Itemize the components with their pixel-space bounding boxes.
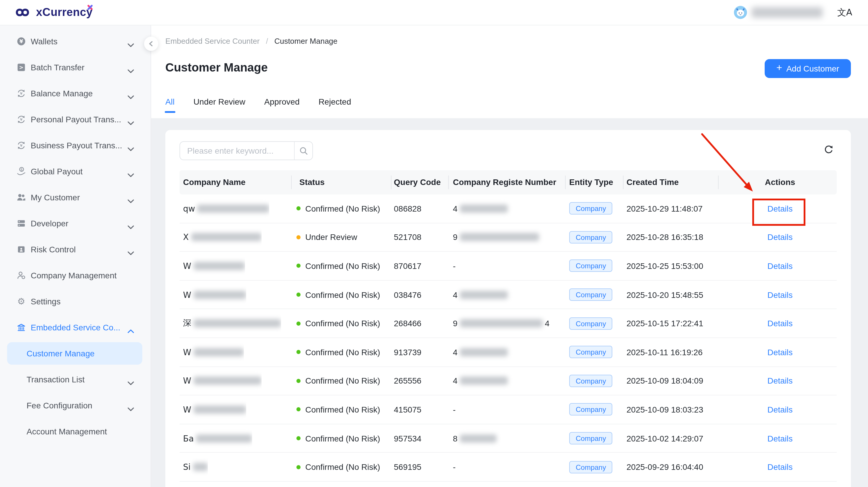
- refresh-icon: [823, 144, 834, 155]
- chevron-icon: [128, 170, 134, 179]
- sparkle-icon: [87, 4, 93, 11]
- details-link[interactable]: Details: [767, 261, 793, 271]
- sidebar-item-balance-manage[interactable]: ¥ Balance Manage: [0, 80, 151, 106]
- search-input[interactable]: [180, 142, 294, 160]
- language-switch-icon[interactable]: 文A: [837, 7, 852, 18]
- details-link[interactable]: Details: [767, 433, 793, 443]
- add-customer-button[interactable]: + Add Customer: [765, 59, 851, 78]
- status-dot-icon: [297, 206, 301, 211]
- svg-text:$: $: [20, 167, 23, 172]
- sidebar-item-batch-transfer[interactable]: > Batch Transfer: [0, 54, 151, 80]
- column-header-status: Status: [299, 170, 325, 195]
- status-dot-icon: [297, 465, 301, 469]
- sidebar-subitem-label: Customer Manage: [27, 349, 94, 358]
- chevron-icon: [128, 144, 134, 153]
- table-row: qw Confirmed (No Risk) 086828 4 Company …: [180, 195, 837, 223]
- created-time-cell: 2025-10-02 14:29:07: [626, 424, 703, 452]
- details-link[interactable]: Details: [767, 405, 793, 414]
- sidebar-subitem-transaction-list[interactable]: Transaction List: [0, 367, 151, 393]
- sidebar-item-label: Developer: [31, 219, 68, 228]
- search-button[interactable]: [294, 142, 312, 160]
- column-divider: [448, 175, 449, 189]
- sidebar-item-settings[interactable]: ⚙ Settings: [0, 288, 151, 314]
- register-number-cell: 4: [453, 195, 508, 223]
- details-link[interactable]: Details: [767, 347, 793, 357]
- details-link[interactable]: Details: [767, 290, 793, 299]
- sidebar-item-risk-control[interactable]: Risk Control: [0, 236, 151, 262]
- user-name-redacted: [752, 7, 823, 18]
- column-header-query-code: Query Code: [394, 170, 441, 195]
- actions-cell: Details: [731, 424, 829, 452]
- infinity-icon: [12, 6, 32, 18]
- sidebar-item-developer[interactable]: Developer: [0, 210, 151, 236]
- column-divider: [391, 175, 392, 189]
- tab-approved[interactable]: Approved: [264, 97, 300, 106]
- sidebar-subitem-fee-configuration[interactable]: Fee Configuration: [0, 393, 151, 419]
- status-cell: Confirmed (No Risk): [297, 281, 380, 309]
- status-cell: Confirmed (No Risk): [297, 395, 380, 424]
- entity-type-cell: Company: [569, 223, 613, 251]
- created-time-cell: 2025-10-29 11:48:07: [626, 195, 703, 223]
- sidebar-item-my-customer[interactable]: My Customer: [0, 184, 151, 210]
- sidebar-item-embedded-service-co[interactable]: Embedded Service Co...: [0, 314, 151, 340]
- search-box: [180, 141, 313, 160]
- refresh-button[interactable]: [822, 143, 835, 156]
- sidebar-collapse-button[interactable]: [144, 37, 158, 51]
- entity-type-badge: Company: [569, 375, 613, 387]
- app-root: xCurrency 文A ¥ Wallets > Batch Transfer: [0, 0, 868, 487]
- entity-type-cell: Company: [569, 395, 613, 424]
- sidebar-subitem-account-management[interactable]: Account Management: [0, 419, 151, 445]
- status-cell: Confirmed (No Risk): [297, 453, 380, 481]
- column-header-actions: Actions: [731, 170, 829, 195]
- chevron-icon: [128, 39, 134, 49]
- sidebar-subitem-customer-manage[interactable]: Customer Manage: [7, 342, 142, 365]
- sidebar-item-business-payout-trans[interactable]: ¥ Business Payout Trans...: [0, 133, 151, 159]
- brand-logo[interactable]: xCurrency: [12, 6, 93, 19]
- global-payout-icon: $: [17, 167, 26, 176]
- sidebar-item-personal-payout-trans[interactable]: ¥ Personal Payout Trans...: [0, 106, 151, 133]
- column-divider: [565, 175, 566, 189]
- entity-type-cell: Company: [569, 281, 613, 309]
- sidebar-item-global-payout[interactable]: $ Global Payout: [0, 159, 151, 184]
- breadcrumb: Embedded Service Counter / Customer Mana…: [165, 37, 337, 46]
- actions-cell: Details: [731, 252, 829, 280]
- svg-text:¥: ¥: [20, 117, 23, 122]
- tab-rejected[interactable]: Rejected: [318, 97, 351, 106]
- breadcrumb-current: Customer Manage: [274, 37, 337, 46]
- entity-type-cell: Company: [569, 309, 613, 338]
- tab-all[interactable]: All: [165, 97, 175, 106]
- column-header-entity-type: Entity Type: [569, 170, 613, 195]
- plus-icon: +: [776, 63, 782, 73]
- actions-cell: Details: [731, 338, 829, 366]
- developer-icon: [17, 219, 26, 228]
- tab-under-review[interactable]: Under Review: [193, 97, 245, 106]
- breadcrumb-parent[interactable]: Embedded Service Counter: [165, 37, 259, 46]
- created-time-cell: 2025-10-09 18:03:23: [626, 395, 703, 424]
- my-customer-icon: [17, 193, 26, 202]
- details-link[interactable]: Details: [767, 462, 793, 471]
- details-link[interactable]: Details: [767, 319, 793, 328]
- entity-type-badge: Company: [569, 288, 613, 301]
- query-code-cell: 957534: [394, 424, 421, 452]
- entity-type-cell: Company: [569, 453, 613, 481]
- details-link[interactable]: Details: [767, 376, 793, 385]
- created-time-cell: 2025-10-11 16:19:26: [626, 338, 703, 366]
- chevron-icon: [128, 66, 134, 75]
- actions-cell: Details: [731, 309, 829, 338]
- column-header-company-registe-number: Company Registe Number: [453, 170, 556, 195]
- company-name-cell: W: [183, 252, 245, 280]
- sidebar-item-company-management[interactable]: Company Management: [0, 262, 151, 288]
- status-dot-icon: [297, 379, 301, 383]
- actions-cell: Details: [731, 453, 829, 481]
- table-row: 深 Confirmed (No Risk) 268466 94 Company …: [180, 309, 837, 338]
- actions-cell: Details: [731, 223, 829, 251]
- sidebar-item-wallets[interactable]: ¥ Wallets: [0, 28, 151, 54]
- chevron-icon: [128, 248, 134, 257]
- balance-manage-icon: ¥: [17, 89, 26, 98]
- details-link[interactable]: Details: [767, 233, 793, 242]
- business-payout-icon: ¥: [17, 141, 26, 150]
- status-cell: Confirmed (No Risk): [297, 424, 380, 452]
- personal-payout-icon: ¥: [17, 115, 26, 124]
- sidebar-item-label: Settings: [31, 297, 61, 306]
- user-avatar[interactable]: [734, 6, 747, 19]
